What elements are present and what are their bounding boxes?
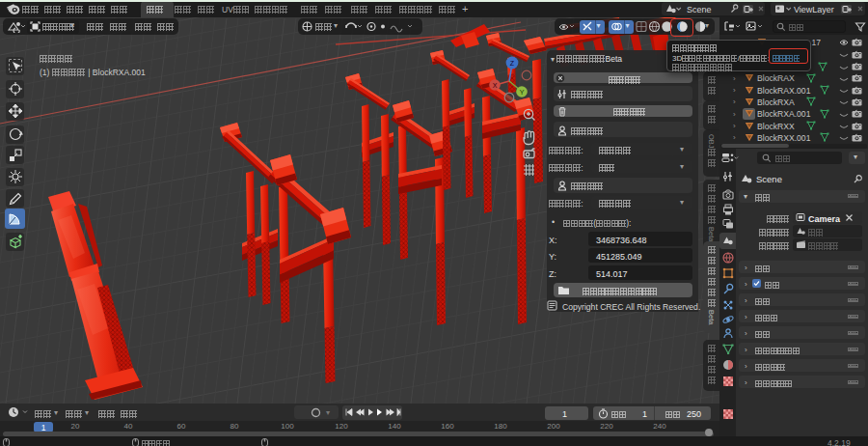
svg-text:Z: Z (510, 60, 515, 67)
svg-text:X: X (493, 82, 498, 89)
svg-text:Y: Y (520, 89, 525, 96)
